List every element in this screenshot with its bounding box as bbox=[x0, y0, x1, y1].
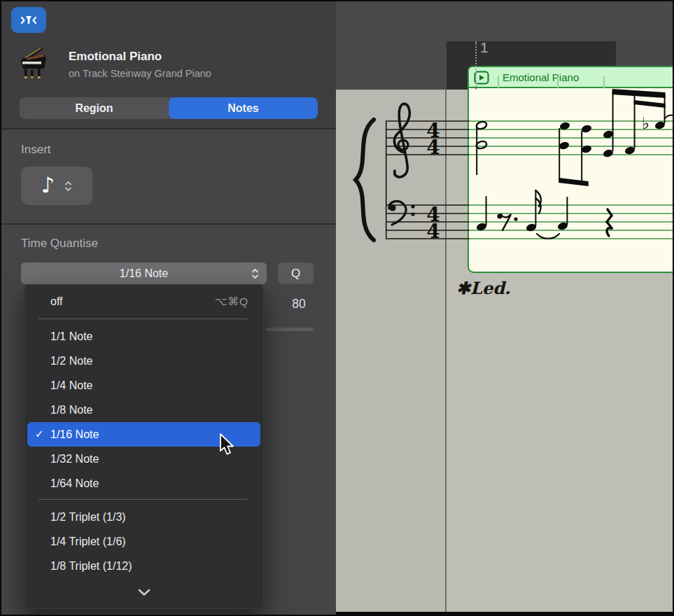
shortcut-label: ⌥⌘Q bbox=[215, 295, 248, 308]
menu-divider bbox=[38, 499, 248, 500]
quantise-apply-button[interactable]: Q bbox=[278, 262, 314, 284]
funnel-filter-icon bbox=[19, 13, 38, 28]
treble-clef bbox=[394, 104, 409, 177]
time-quantise-dropdown[interactable]: 1/16 Note bbox=[21, 262, 267, 284]
insert-label: Insert bbox=[21, 143, 51, 157]
velocity-value: 80 bbox=[284, 297, 314, 312]
system-brace bbox=[356, 120, 374, 240]
playhead-line[interactable] bbox=[475, 41, 477, 90]
mouse-cursor bbox=[219, 433, 237, 456]
region-title: Emotional Piano bbox=[69, 50, 162, 64]
stepper-chevrons-icon bbox=[64, 181, 72, 192]
menu-item-off[interactable]: off ⌥⌘Q bbox=[24, 288, 264, 315]
funnel-shape bbox=[26, 16, 31, 24]
track-subtitle: on Track Steinway Grand Piano bbox=[69, 68, 211, 79]
menu-item[interactable]: 1/1 Note bbox=[24, 324, 264, 349]
insert-note-value-button[interactable]: ♪ bbox=[21, 167, 92, 205]
time-signature: 4 4 4 4 bbox=[426, 119, 440, 243]
section-divider bbox=[1, 128, 336, 130]
menu-item[interactable]: 1/4 Triplet (1/6) bbox=[24, 529, 264, 554]
menu-item[interactable]: 1/8 Note bbox=[24, 398, 264, 422]
music-notation: 4 4 4 4 bbox=[336, 1, 674, 616]
menu-item[interactable]: 1/8 Triplet (1/12) bbox=[24, 554, 264, 578]
score-editor: 1 Emotional Piano bbox=[336, 1, 674, 616]
tab-region[interactable]: Region bbox=[20, 97, 169, 119]
menu-item[interactable]: 1/64 Note bbox=[24, 471, 264, 496]
menu-item[interactable]: 1/2 Triplet (1/3) bbox=[24, 505, 264, 529]
flat-accidental: ♭ bbox=[642, 114, 650, 132]
menu-item[interactable]: 1/4 Note bbox=[24, 373, 264, 398]
midi-filter-button[interactable] bbox=[11, 7, 46, 33]
svg-text:4: 4 bbox=[426, 136, 440, 159]
bass-notes[interactable] bbox=[476, 190, 612, 239]
menu-divider bbox=[38, 318, 248, 319]
tab-notes[interactable]: Notes bbox=[169, 97, 318, 119]
checkmark-icon: ✓ bbox=[35, 428, 44, 440]
time-quantise-label: Time Quantise bbox=[21, 237, 98, 251]
grand-piano-icon bbox=[15, 42, 49, 83]
menu-scroll-more[interactable] bbox=[24, 581, 264, 603]
eighth-note-icon: ♪ bbox=[41, 172, 55, 197]
pedal-mark: ✱Led. bbox=[456, 278, 510, 298]
section-divider bbox=[1, 223, 336, 225]
tie bbox=[664, 115, 674, 119]
velocity-slider[interactable] bbox=[265, 328, 314, 331]
menu-item[interactable]: 1/2 Note bbox=[24, 349, 264, 373]
chevron-down-icon bbox=[138, 589, 150, 596]
time-quantise-value: 1/16 Note bbox=[120, 267, 168, 280]
app-window: Emotional Piano on Track Steinway Grand … bbox=[0, 0, 674, 616]
svg-text:4: 4 bbox=[426, 220, 440, 243]
inspector-tab-bar: Region Notes bbox=[20, 97, 318, 119]
dropdown-chevrons-icon bbox=[251, 268, 259, 279]
